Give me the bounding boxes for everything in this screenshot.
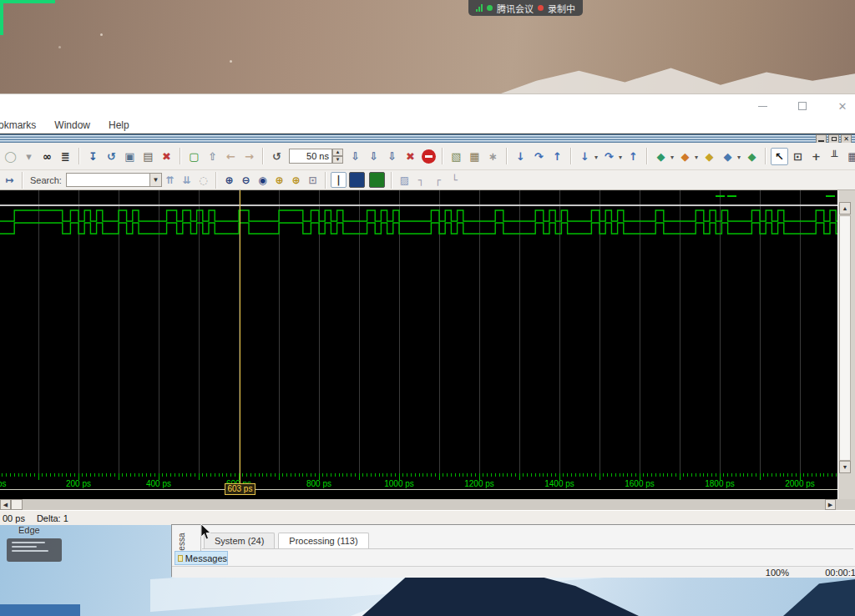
add-to-dataflow-icon[interactable]: ◆▾	[719, 148, 736, 165]
show-drivers-icon[interactable]: ↦	[2, 172, 18, 188]
desktop-list-widget[interactable]	[7, 538, 62, 562]
svg-text:400 ps: 400 ps	[146, 479, 171, 488]
back-icon[interactable]: ←	[222, 148, 240, 165]
modelsim-window: ✕ okmarks Window Help ✕ ◯▾∞≣↧↺▣▤✖▢⇧←→↺50…	[0, 93, 855, 524]
simulate-status-icon[interactable]: ◯	[2, 148, 19, 165]
add-to-log-icon[interactable]: ◆	[701, 148, 718, 165]
next-falling-edge-icon[interactable]: └	[447, 172, 463, 188]
wallpaper-sparkle	[230, 60, 232, 63]
sim-time-value: 00 ps	[3, 513, 25, 523]
zoom-others-icon[interactable]: ⊡	[305, 172, 321, 188]
horizontal-scrollbar[interactable]: ◀ ▶	[0, 499, 855, 510]
meeting-status-pill[interactable]: 腾讯会议 录制中	[468, 0, 583, 16]
lock-cursor-icon[interactable]	[349, 172, 365, 188]
zoom-in-on-cursor-icon[interactable]: ⊕	[271, 172, 287, 188]
zoom-full-icon[interactable]: ◉	[255, 172, 271, 188]
mouse-cursor	[200, 524, 212, 541]
profile-icon[interactable]: ▧	[448, 148, 465, 165]
up-context-icon[interactable]: ⇧	[204, 148, 221, 165]
delete-cursor-icon[interactable]	[369, 172, 385, 188]
delete-icon[interactable]: ✖	[158, 148, 175, 165]
tab-processing[interactable]: Processing (113)	[278, 533, 368, 548]
wave-toolbar: ↦Search:▼⇈⇊◌⊕⊖◉⊕⊕⊡| ▨┐┌└	[0, 170, 855, 190]
stop-icon[interactable]	[422, 149, 436, 164]
close-button[interactable]: ✕	[835, 98, 850, 114]
print-icon[interactable]: ▤	[139, 148, 157, 165]
vertical-scrollbar-thumb[interactable]	[839, 215, 851, 461]
run-length-increase[interactable]: ▲	[332, 149, 343, 156]
messages-corner-tab[interactable]: Messages	[175, 551, 228, 565]
scroll-down-button[interactable]: ▼	[839, 461, 851, 473]
step-into-icon[interactable]: ↓	[512, 148, 529, 165]
select-region-icon[interactable]: ▨	[397, 172, 412, 188]
desktop-icon-label[interactable]: Edge	[18, 525, 40, 535]
restart-icon[interactable]: ↺	[268, 148, 286, 165]
horizontal-scrollbar-thumb[interactable]	[11, 499, 23, 510]
toolbar-separator	[215, 172, 217, 189]
break-icon[interactable]: ✖	[402, 148, 419, 165]
zoom-mode-icon[interactable]: ⊡	[789, 148, 807, 165]
run-length-decrease[interactable]: ▼	[332, 156, 343, 164]
zoom-in-icon[interactable]: ⊕	[221, 172, 237, 188]
meeting-app-name: 腾讯会议	[497, 2, 534, 15]
add-to-wave-icon[interactable]: ◆▾	[652, 148, 670, 165]
edit-cursor-mode-icon[interactable]: ╨	[826, 148, 843, 165]
dropdown-caret-icon[interactable]: ▾	[20, 148, 38, 165]
add-to-list-icon[interactable]: ◆▾	[676, 148, 694, 165]
window-titlebar[interactable]: ✕	[0, 94, 855, 118]
screen-share-border-left	[0, 0, 3, 35]
search-forward-icon[interactable]: ⇊	[179, 172, 195, 188]
previous-falling-edge-icon[interactable]: ┐	[413, 172, 429, 188]
wave-window[interactable]: 0 ps200 ps400 ps600 ps800 ps1000 ps1200 …	[0, 190, 855, 499]
zoom-out-icon[interactable]: ⊖	[238, 172, 254, 188]
pan-mode-icon[interactable]: +	[807, 148, 825, 165]
mdi-splitter-bar[interactable]	[0, 134, 855, 143]
run-all-icon[interactable]: ⇩	[383, 148, 401, 165]
vertical-scrollbar[interactable]: ▲ ▼	[837, 190, 851, 499]
step-out-current-icon[interactable]: ↑	[625, 148, 642, 165]
continue-run-icon[interactable]: ⇩	[365, 148, 382, 165]
maximize-button[interactable]	[795, 98, 810, 114]
reload-icon[interactable]: ↺	[103, 148, 120, 165]
compare-icon[interactable]: ▣	[121, 148, 139, 165]
find-icon[interactable]: ∞	[38, 148, 56, 165]
search-reverse-icon[interactable]: ⇈	[162, 172, 178, 188]
run-length-input[interactable]: 50 ns	[289, 149, 332, 164]
main-toolbar: ◯▾∞≣↧↺▣▤✖▢⇧←→↺50 ns▲▼⇩⇩⇩✖▧▦∗↓↷↑↓▾↷▾↑◆▾◆▾…	[0, 143, 855, 170]
search-input[interactable]	[66, 173, 149, 187]
menu-help[interactable]: Help	[109, 119, 129, 131]
run-icon[interactable]: ⇩	[347, 148, 364, 165]
stretch-edge-icon[interactable]: ▦	[844, 148, 855, 165]
scroll-right-button[interactable]: ▶	[825, 499, 836, 510]
forward-icon[interactable]: →	[240, 148, 258, 165]
add-to-watch-icon[interactable]: ◆	[743, 148, 761, 165]
screen-share-border-top	[0, 0, 55, 3]
memory-icon[interactable]: ▦	[466, 148, 483, 165]
toolbar-group: ◯▾∞≣	[2, 148, 74, 165]
select-mode-icon[interactable]: ↖	[771, 148, 788, 165]
toolbar-separator	[506, 148, 508, 164]
restore-layout-icon[interactable]: ▢	[185, 148, 203, 165]
step-over-icon[interactable]: ↷	[530, 148, 548, 165]
scroll-up-button[interactable]: ▲	[839, 202, 851, 215]
next-rising-edge-icon[interactable]: ┌	[430, 172, 446, 188]
step-out-icon[interactable]: ↑	[549, 148, 566, 165]
menu-bookmarks[interactable]: okmarks	[0, 119, 36, 131]
waveform-canvas[interactable]: 0 ps200 ps400 ps600 ps800 ps1000 ps1200 …	[0, 190, 837, 499]
toolbar-separator	[765, 148, 766, 164]
scroll-left-button[interactable]: ◀	[0, 499, 11, 510]
zoom-between-cursors-icon[interactable]: ⊕	[288, 172, 304, 188]
insert-cursor-icon[interactable]: |	[331, 172, 347, 188]
examine-icon[interactable]: ∗	[484, 148, 502, 165]
search-options-icon[interactable]: ◌	[195, 172, 211, 188]
step-into-current-icon[interactable]: ↓▾	[576, 148, 594, 165]
save-icon[interactable]: ↧	[84, 148, 102, 165]
search-input-dropdown-button[interactable]: ▼	[149, 173, 162, 187]
toolbar-group: ◆▾◆▾◆◆▾◆	[652, 148, 761, 165]
step-over-current-icon[interactable]: ↷▾	[600, 148, 618, 165]
tab-system[interactable]: System (24)	[204, 533, 275, 548]
menu-window[interactable]: Window	[54, 119, 90, 131]
expand-hierarchy-icon[interactable]: ≣	[57, 148, 74, 165]
svg-text:2000 ps: 2000 ps	[785, 479, 815, 488]
minimize-button[interactable]	[755, 98, 770, 114]
